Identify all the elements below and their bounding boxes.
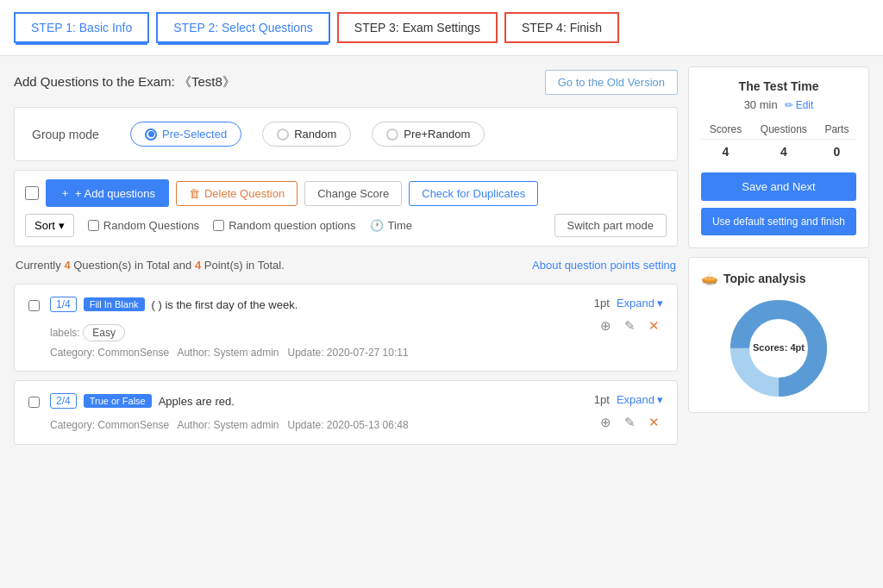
question-1-number: 1/4 (50, 297, 77, 312)
toolbar-row2: Sort ▾ Random Questions Random question … (25, 214, 667, 237)
col-questions: Questions (750, 120, 817, 140)
change-score-button[interactable]: Change Score (304, 181, 402, 206)
question-1-meta: Category: CommonSense Author: System adm… (50, 347, 549, 359)
svg-text:Scores: 4pt: Scores: 4pt (753, 342, 805, 353)
question-2-header: 2/4 True or False Apples are red. (50, 393, 549, 409)
val-parts: 0 (817, 140, 856, 165)
go-old-version-button[interactable]: Go to the Old Version (545, 70, 678, 95)
question-1-text: ( ) is the first day of the week. (152, 298, 298, 311)
question-2-actions: ⊕ ✎ ✕ (596, 413, 663, 432)
pie-chart-icon: 🥧 (701, 270, 718, 286)
stepper: STEP 1: Basic Info STEP 2: Select Questi… (0, 0, 883, 56)
about-points-link[interactable]: About question points setting (532, 259, 676, 272)
question-1-body: 1/4 Fill In Blank ( ) is the first day o… (50, 297, 549, 359)
question-1-type: Fill In Blank (84, 297, 145, 311)
question-2-delete-icon[interactable]: ✕ (644, 413, 663, 432)
question-2-type: True or False (84, 394, 152, 408)
random-options-option[interactable]: Random question options (213, 219, 355, 232)
col-parts: Parts (817, 120, 856, 140)
question-card-1: 1/4 Fill In Blank ( ) is the first day o… (14, 284, 678, 372)
question-1-add-icon[interactable]: ⊕ (596, 316, 615, 335)
test-time-title: The Test Time (701, 79, 856, 93)
topic-analysis-card: 🥧 Topic analysis Scores: 4pt (688, 257, 869, 413)
use-default-button[interactable]: Use default setting and finish (701, 208, 856, 235)
right-panel: The Test Time 30 min ✏ Edit Scores Quest… (688, 66, 869, 582)
select-all-checkbox[interactable] (25, 186, 39, 200)
question-1-score-expand: 1pt Expand ▾ (594, 297, 663, 310)
topic-analysis-title: 🥧 Topic analysis (701, 270, 856, 286)
val-scores: 4 (701, 140, 750, 165)
chevron-down-icon: ▾ (59, 219, 65, 232)
radio-pre-selected[interactable]: Pre-Selected (130, 122, 241, 147)
time-row: 30 min ✏ Edit (701, 98, 856, 111)
question-1-delete-icon[interactable]: ✕ (644, 316, 663, 335)
val-questions: 4 (750, 140, 817, 165)
question-2-edit-icon[interactable]: ✎ (620, 413, 639, 432)
radio-random[interactable]: Random (262, 122, 351, 147)
question-2-score-expand: 1pt Expand ▾ (594, 393, 663, 406)
clock-icon: 🕐 (370, 219, 384, 232)
radio-pre-random[interactable]: Pre+Random (372, 122, 485, 147)
save-and-next-button[interactable]: Save and Next (701, 172, 856, 201)
question-2-add-icon[interactable]: ⊕ (596, 413, 615, 432)
col-scores: Scores (701, 120, 750, 140)
question-1-edit-icon[interactable]: ✎ (620, 316, 639, 335)
left-panel: Add Questions to the Exam: 《Test8》 Go to… (14, 66, 678, 582)
sort-button[interactable]: Sort ▾ (25, 214, 74, 237)
radio-dot-pre-selected (145, 128, 157, 141)
page-title: Add Questions to the Exam: 《Test8》 (14, 74, 235, 91)
random-questions-option[interactable]: Random Questions (88, 219, 199, 232)
switch-part-mode-button[interactable]: Switch part mode (554, 214, 667, 237)
test-time-card: The Test Time 30 min ✏ Edit Scores Quest… (688, 66, 869, 248)
group-mode-panel: Group mode Pre-Selected Random Pre+Rando… (14, 107, 678, 161)
expand-chevron-icon-2: ▾ (657, 393, 663, 406)
donut-chart: Scores: 4pt (701, 297, 856, 400)
labels-prefix: labels: (50, 327, 80, 339)
question-1-labels: labels: Easy (50, 319, 549, 341)
stats-table: Scores Questions Parts 4 4 0 (701, 120, 856, 164)
toolbar: ＋ + Add questions 🗑 Delete Question Chan… (14, 170, 678, 247)
stats-row: Currently 4 Question(s) in Total and 4 P… (14, 255, 678, 275)
trash-icon: 🗑 (189, 187, 200, 200)
radio-dot-random (277, 128, 289, 141)
question-2-text: Apples are red. (159, 395, 235, 408)
header-row: Add Questions to the Exam: 《Test8》 Go to… (14, 66, 678, 98)
question-2-expand-btn[interactable]: Expand ▾ (617, 393, 663, 406)
radio-dot-pre-random (386, 128, 398, 141)
question-1-expand-btn[interactable]: Expand ▾ (617, 297, 663, 310)
step-4[interactable]: STEP 4: Finish (504, 12, 619, 43)
step-1[interactable]: STEP 1: Basic Info (14, 12, 149, 43)
question-card-2: 2/4 True or False Apples are red. Catego… (14, 380, 678, 445)
stats-text: Currently 4 Question(s) in Total and 4 P… (16, 259, 285, 272)
delete-question-button[interactable]: 🗑 Delete Question (176, 181, 297, 206)
question-1-actions: ⊕ ✎ ✕ (596, 316, 663, 335)
time-label: 🕐 Time (370, 219, 412, 232)
group-mode-label: Group mode (32, 128, 110, 141)
question-1-label-easy: Easy (83, 324, 125, 341)
plus-icon: ＋ (59, 185, 71, 201)
edit-time-link[interactable]: ✏ Edit (785, 99, 814, 111)
question-1-header: 1/4 Fill In Blank ( ) is the first day o… (50, 297, 549, 312)
expand-chevron-icon: ▾ (657, 297, 663, 310)
add-questions-button[interactable]: ＋ + Add questions (46, 179, 169, 207)
donut-svg: Scores: 4pt (727, 297, 830, 400)
question-2-number: 2/4 (50, 393, 77, 409)
question-2-meta: Category: CommonSense Author: System adm… (50, 419, 549, 431)
check-duplicates-button[interactable]: Check for Duplicates (409, 181, 538, 206)
question-1-checkbox[interactable] (28, 300, 40, 311)
random-questions-checkbox[interactable] (88, 220, 99, 231)
pencil-icon: ✏ (785, 99, 793, 111)
toolbar-row1: ＋ + Add questions 🗑 Delete Question Chan… (25, 179, 667, 207)
question-2-right: 1pt Expand ▾ ⊕ ✎ ✕ (560, 393, 663, 432)
random-options-checkbox[interactable] (213, 220, 224, 231)
step-3[interactable]: STEP 3: Exam Settings (337, 12, 498, 43)
step-2[interactable]: STEP 2: Select Questions (156, 12, 330, 43)
question-1-right: 1pt Expand ▾ ⊕ ✎ ✕ (560, 297, 663, 335)
main-container: Add Questions to the Exam: 《Test8》 Go to… (0, 56, 883, 588)
question-2-checkbox[interactable] (28, 397, 40, 408)
question-2-body: 2/4 True or False Apples are red. Catego… (50, 393, 549, 431)
